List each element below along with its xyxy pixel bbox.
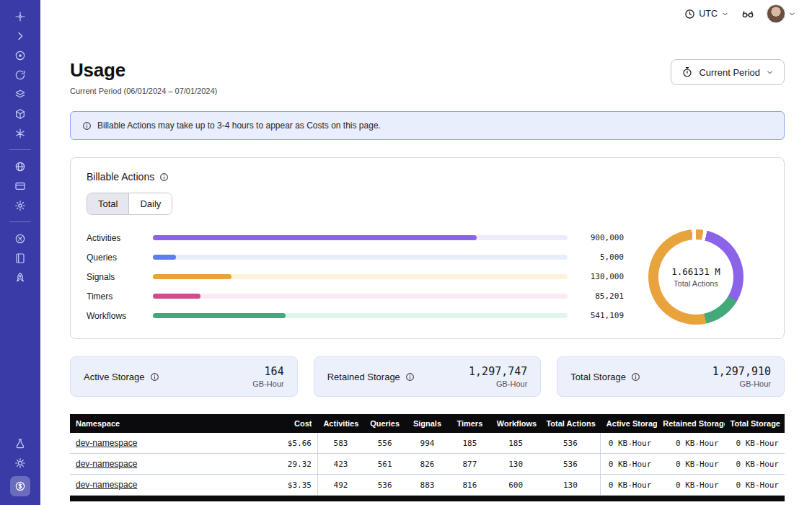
- info-icon[interactable]: [405, 372, 415, 382]
- period-selector-button[interactable]: Current Period: [671, 59, 785, 85]
- chevron-down-icon: [766, 69, 774, 76]
- sidebar-item-regions[interactable]: [8, 157, 32, 176]
- retained-storage-card: Retained Storage 1,297,747 GB-Hour: [314, 356, 542, 397]
- card-icon: [14, 180, 26, 192]
- sidebar-item-docs[interactable]: [8, 248, 32, 268]
- info-icon[interactable]: [631, 372, 640, 382]
- total-actions-cell: 536: [540, 433, 600, 454]
- total-actions-cell: 130: [540, 475, 600, 496]
- chevron-down-icon: [721, 10, 729, 18]
- gear-icon: [14, 200, 26, 211]
- sidebar-item-labs[interactable]: [8, 434, 32, 453]
- col-namespace: Namespace: [70, 414, 268, 433]
- sidebar-item-getting-started[interactable]: [8, 268, 32, 287]
- total-actions-label: Total Actions: [671, 279, 720, 288]
- bar-value: 130,000: [579, 272, 624, 281]
- billable-actions-title: Billable Actions: [87, 171, 154, 183]
- cost-cell: $5.66: [268, 433, 318, 454]
- active-storage-value: 164: [252, 365, 283, 378]
- bar-label: Activities: [87, 233, 141, 243]
- info-icon[interactable]: [150, 372, 159, 382]
- tab-total[interactable]: Total: [87, 193, 129, 214]
- sidebar-item-home[interactable]: [8, 6, 32, 26]
- retained-storage-unit: GB-Hour: [469, 379, 527, 388]
- circle-x-icon: [14, 233, 26, 245]
- usage-table: Namespace Cost Activities Queries Signal…: [70, 414, 785, 496]
- table-header-row: Namespace Cost Activities Queries Signal…: [70, 414, 785, 433]
- timers-cell: 816: [449, 475, 491, 496]
- cube-icon: [14, 108, 26, 120]
- tab-daily[interactable]: Daily: [129, 193, 172, 214]
- layers-icon: [14, 89, 26, 100]
- account-menu[interactable]: [767, 4, 796, 23]
- sidebar-item-layers[interactable]: [8, 84, 32, 104]
- total-storage-cell: 0 KB-Hour: [725, 475, 785, 496]
- info-icon[interactable]: [159, 172, 169, 182]
- queries-cell: 536: [363, 475, 406, 496]
- bar-label: Queries: [87, 252, 141, 263]
- bar-track: [153, 274, 568, 279]
- bar-row: Workflows 541,109: [87, 306, 624, 325]
- namespace-link[interactable]: dev-namespace: [76, 438, 137, 448]
- sidebar-item-namespaces[interactable]: [8, 45, 32, 65]
- usage-table-wrap: Namespace Cost Activities Queries Signal…: [70, 414, 785, 501]
- col-timers: Timers: [449, 414, 491, 433]
- sidebar-item-settings[interactable]: [8, 196, 32, 215]
- timezone-label: UTC: [699, 9, 718, 19]
- col-signals: Signals: [406, 414, 449, 433]
- cost-cell: $3.35: [268, 475, 318, 496]
- activities-cell: 423: [317, 454, 363, 475]
- signals-cell: 883: [406, 475, 449, 496]
- sidebar-expand-button[interactable]: [8, 26, 32, 45]
- bar-track: [153, 255, 568, 260]
- col-workflows: Workflows: [491, 414, 541, 433]
- workflows-cell: 130: [491, 454, 541, 475]
- info-banner: Billable Actions may take up to 3-4 hour…: [70, 111, 785, 140]
- sidebar-divider: [9, 221, 31, 222]
- page-content: Usage Current Period (06/01/2024 – 07/01…: [40, 27, 812, 505]
- total-storage-unit: GB-Hour: [712, 379, 771, 388]
- col-total-storage: Total Storage: [725, 414, 785, 433]
- table-row: dev-namespace 29.32 423 561 826 877 130 …: [70, 454, 785, 475]
- col-retained-storage: Retained Storage: [657, 414, 724, 433]
- active-storage-cell: 0 KB-Hour: [601, 433, 657, 454]
- sidebar-item-history[interactable]: [8, 65, 32, 84]
- col-active-storage: Active Storage: [601, 414, 657, 433]
- sidebar-item-usage[interactable]: [10, 476, 30, 496]
- activities-cell: 583: [317, 433, 363, 454]
- bar-row: Queries 5,000: [87, 247, 624, 267]
- support-button[interactable]: [741, 7, 755, 20]
- page-subtitle: Current Period (06/01/2024 – 07/01/2024): [70, 87, 217, 95]
- namespace-link[interactable]: dev-namespace: [76, 480, 137, 490]
- sidebar-item-nexus[interactable]: [8, 123, 32, 143]
- timezone-selector[interactable]: UTC: [684, 9, 729, 19]
- topbar: UTC: [40, 0, 812, 27]
- sidebar-item-theme[interactable]: [8, 453, 32, 473]
- sidebar-item-deployments[interactable]: [8, 104, 32, 123]
- donut-chart-area: 1.66131 M Total Actions: [624, 229, 768, 325]
- col-total-actions: Total Actions: [540, 414, 600, 433]
- retained-storage-label: Retained Storage: [327, 372, 400, 382]
- storage-summary-row: Active Storage 164 GB-Hour Retained Stor…: [70, 356, 785, 397]
- sidebar-item-billing[interactable]: [8, 176, 32, 196]
- signals-cell: 826: [406, 454, 449, 475]
- bar-value: 85,201: [579, 291, 624, 301]
- total-actions-cell: 536: [540, 454, 600, 475]
- bar-fill: [153, 255, 176, 260]
- bar-track: [153, 235, 568, 240]
- clock-icon: [684, 9, 695, 19]
- signals-cell: 994: [406, 433, 449, 454]
- avatar: [767, 4, 785, 23]
- workflows-cell: 600: [491, 475, 541, 496]
- cost-cell: 29.32: [268, 454, 318, 475]
- col-queries: Queries: [363, 414, 406, 433]
- namespace-link[interactable]: dev-namespace: [76, 459, 137, 469]
- billable-actions-chart: Activities 900,000 Queries 5,000 Signals: [87, 228, 768, 325]
- bar-fill: [153, 294, 200, 299]
- info-icon: [82, 121, 92, 131]
- total-actions-value: 1.66131 M: [671, 266, 720, 277]
- banner-text: Billable Actions may take up to 3-4 hour…: [97, 120, 381, 131]
- sidebar-item-limits[interactable]: [8, 229, 32, 248]
- col-activities: Activities: [317, 414, 363, 433]
- chevron-right-icon: [14, 30, 26, 42]
